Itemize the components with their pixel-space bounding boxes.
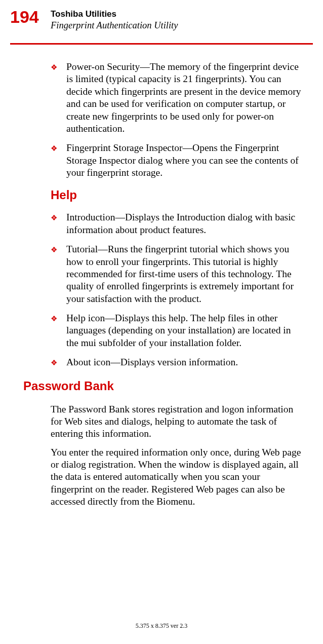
bullet-text: About icon—Displays version information.: [66, 356, 238, 368]
header-subtitle: Fingerprint Authentication Utility: [51, 20, 178, 31]
list-item: ❖ Tutorial—Runs the fingerprint tutorial…: [51, 243, 304, 305]
bullet-icon: ❖: [51, 142, 57, 179]
list-item: ❖ Power-on Security—The memory of the fi…: [51, 61, 304, 135]
bullet-text: Fingerprint Storage Inspector—Opens the …: [66, 142, 304, 179]
list-item: ❖ Help icon—Displays this help. The help…: [51, 312, 304, 349]
page-number: 194: [0, 8, 51, 25]
list-item: ❖ Fingerprint Storage Inspector—Opens th…: [51, 142, 304, 179]
paragraph: You enter the required information only …: [51, 446, 304, 508]
password-bank-heading: Password Bank: [23, 379, 304, 393]
bullet-text: Tutorial—Runs the fingerprint tutorial w…: [66, 243, 304, 305]
page-footer: 5.375 x 8.375 ver 2.3: [0, 622, 323, 630]
main-content: ❖ Power-on Security—The memory of the fi…: [0, 61, 323, 508]
bullet-icon: ❖: [51, 243, 57, 305]
header-title: Toshiba Utilities: [51, 9, 178, 19]
list-item: ❖ About icon—Displays version informatio…: [51, 356, 304, 368]
bullet-icon: ❖: [51, 61, 57, 135]
red-divider: [10, 43, 313, 45]
page-header: 194 Toshiba Utilities Fingerprint Authen…: [0, 0, 323, 31]
bullet-text: Power-on Security—The memory of the fing…: [66, 61, 304, 135]
bullet-icon: ❖: [51, 211, 57, 236]
header-text-block: Toshiba Utilities Fingerprint Authentica…: [51, 8, 178, 31]
list-item: ❖ Introduction—Displays the Introduction…: [51, 211, 304, 236]
bullet-text: Introduction—Displays the Introduction d…: [66, 211, 304, 236]
bullet-icon: ❖: [51, 356, 57, 368]
paragraph: The Password Bank stores registration an…: [51, 403, 304, 440]
bullet-text: Help icon—Displays this help. The help f…: [66, 312, 304, 349]
help-heading: Help: [51, 188, 304, 202]
bullet-icon: ❖: [51, 312, 57, 349]
